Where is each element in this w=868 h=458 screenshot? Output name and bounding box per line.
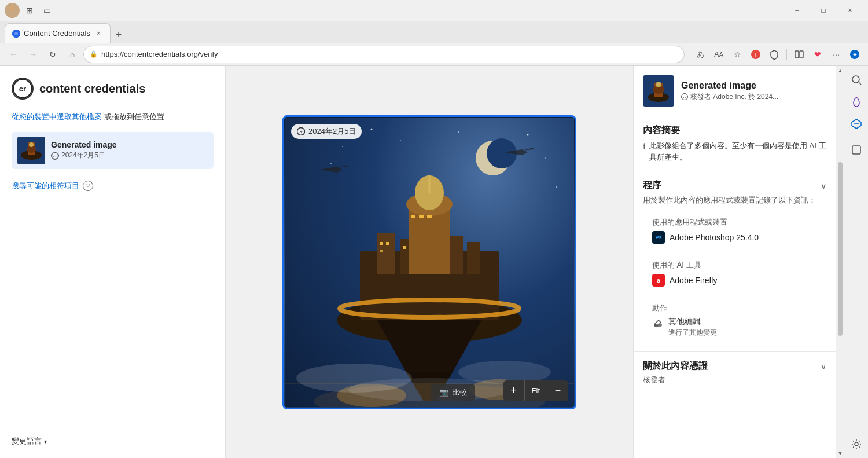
back-button[interactable]: ← bbox=[5, 46, 22, 63]
svg-point-74 bbox=[855, 442, 858, 446]
photoshop-item: Ps Adobe Photoshop 25.4.0 bbox=[652, 231, 817, 244]
svg-rect-50 bbox=[380, 250, 383, 252]
heart-icon[interactable]: ❤ bbox=[809, 46, 826, 63]
image-container: cr 2024年2月5日 + Fit − 📷 比較 bbox=[282, 115, 576, 409]
action-title: 其他編輯 bbox=[668, 317, 717, 327]
minimize-button[interactable]: − bbox=[784, 0, 810, 21]
lock-icon: 🔒 bbox=[90, 50, 98, 58]
url-bar[interactable]: 🔒 https://contentcredentials.org/verify bbox=[83, 46, 685, 63]
summary-description: 此影像組合了多個內容。至少有一個內容是使用 AI 工具所產生。 bbox=[649, 140, 826, 163]
ai-subsection: 使用的 AI 工具 a Adobe Firefly bbox=[643, 254, 826, 297]
search-similar-section: 搜尋可能的相符項目 ? bbox=[12, 181, 214, 191]
right-scrollbar: ▲ ▼ bbox=[836, 66, 844, 458]
firefly-icon: a bbox=[652, 274, 665, 287]
search-similar-link[interactable]: 搜尋可能的相符項目 bbox=[12, 181, 79, 191]
svg-point-24 bbox=[527, 134, 529, 135]
upload-link[interactable]: 從您的裝置中選取其他檔案 bbox=[12, 112, 102, 121]
edge-sidebar bbox=[844, 66, 868, 458]
file-item[interactable]: Generated image cr 2024年2月5日 bbox=[12, 132, 214, 169]
action-label: 動作 bbox=[652, 303, 817, 313]
firefly-name: Adobe Firefly bbox=[670, 276, 717, 285]
fantasy-image bbox=[285, 118, 574, 407]
camera-icon: 📷 bbox=[439, 388, 448, 397]
active-tab[interactable]: Content Credentials ✕ bbox=[5, 23, 111, 43]
scrollbar-down-button[interactable]: ▼ bbox=[836, 449, 844, 458]
scrollbar-thumb[interactable] bbox=[838, 162, 843, 336]
new-tab-button[interactable]: + bbox=[111, 27, 127, 43]
sidebar-divider bbox=[844, 137, 868, 137]
svg-point-19 bbox=[342, 146, 343, 147]
fit-button[interactable]: Fit bbox=[524, 380, 547, 401]
sidebar-search-button[interactable] bbox=[847, 71, 866, 89]
sidebar-notes-button[interactable] bbox=[847, 115, 866, 133]
zoom-out-button[interactable]: − bbox=[547, 380, 568, 401]
home-button[interactable]: ⌂ bbox=[64, 46, 81, 63]
compare-button[interactable]: 📷 比較 bbox=[431, 384, 475, 401]
image-date-badge: cr 2024年2月5日 bbox=[291, 124, 362, 139]
file-date-row: cr 2024年2月5日 bbox=[51, 151, 208, 160]
favorites-icon[interactable]: ☆ bbox=[729, 46, 746, 63]
edit-icon bbox=[652, 317, 664, 329]
sidebar-expand-button[interactable] bbox=[847, 141, 866, 159]
split-screen-icon[interactable] bbox=[790, 46, 808, 63]
extensions-icon[interactable]: ⊞ bbox=[22, 3, 37, 18]
reader-view-icon[interactable]: AA bbox=[710, 46, 727, 63]
right-header-info: Generated image cr 核發者 Adobe Inc. 於 2024… bbox=[681, 80, 778, 102]
image-controls: + Fit − bbox=[503, 380, 568, 401]
sidebar-settings-button[interactable] bbox=[847, 435, 866, 453]
photoshop-name: Adobe Photoshop 25.4.0 bbox=[670, 233, 759, 242]
svg-rect-48 bbox=[380, 242, 383, 245]
right-panel-header: Generated image cr 核發者 Adobe Inc. 於 2024… bbox=[634, 66, 836, 116]
language-chevron-icon: ▾ bbox=[44, 438, 47, 445]
firefly-item: a Adobe Firefly bbox=[652, 274, 817, 287]
about-chevron-icon[interactable]: ∨ bbox=[821, 362, 826, 371]
copilot-icon[interactable]: ✦ bbox=[846, 46, 863, 63]
search-info-icon[interactable]: ? bbox=[83, 181, 93, 191]
svg-marker-42 bbox=[377, 320, 481, 372]
close-button[interactable]: × bbox=[837, 0, 863, 21]
zoom-in-button[interactable]: + bbox=[503, 380, 524, 401]
process-chevron-icon[interactable]: ∨ bbox=[821, 181, 826, 190]
refresh-button[interactable]: ↻ bbox=[44, 46, 61, 63]
vertical-tabs-icon[interactable]: ▭ bbox=[39, 3, 54, 18]
language-button[interactable]: 變更語言 ▾ bbox=[12, 424, 214, 446]
svg-rect-32 bbox=[377, 233, 395, 274]
svg-point-22 bbox=[458, 131, 459, 133]
issuer-text: 核發者 Adobe Inc. 於 2024... bbox=[690, 92, 778, 102]
svg-text:cr: cr bbox=[19, 85, 26, 93]
svg-rect-5 bbox=[795, 51, 799, 58]
summary-title: 內容摘要 bbox=[643, 124, 680, 137]
url-text: https://contentcredentials.org/verify bbox=[101, 50, 678, 58]
svg-point-15 bbox=[29, 142, 34, 147]
right-panel: Generated image cr 核發者 Adobe Inc. 於 2024… bbox=[633, 66, 836, 458]
svg-point-57 bbox=[348, 378, 510, 401]
svg-rect-51 bbox=[403, 246, 406, 249]
maximize-button[interactable]: □ bbox=[810, 0, 837, 21]
svg-rect-6 bbox=[800, 51, 803, 58]
svg-text:!: ! bbox=[755, 52, 757, 58]
more-options-icon[interactable]: ··· bbox=[827, 46, 845, 63]
process-title: 程序 bbox=[643, 179, 661, 192]
user-avatar[interactable] bbox=[5, 3, 20, 18]
process-description: 用於製作此內容的應用程式或裝置記錄了以下資訊： bbox=[643, 195, 826, 206]
sidebar-copilot-button[interactable] bbox=[847, 93, 866, 111]
browser-essentials-icon[interactable]: ! bbox=[747, 46, 764, 63]
browser-shield-icon[interactable] bbox=[766, 46, 783, 63]
action-text-block: 其他編輯 進行了其他變更 bbox=[668, 317, 717, 338]
right-panel-title: Generated image bbox=[681, 80, 778, 91]
svg-rect-36 bbox=[467, 242, 480, 274]
read-aloud-icon[interactable]: あ bbox=[692, 46, 709, 63]
svg-line-70 bbox=[859, 82, 861, 85]
file-thumbnail bbox=[17, 137, 45, 164]
tab-title: Content Credentials bbox=[24, 29, 90, 38]
svg-point-1 bbox=[7, 12, 17, 18]
file-name: Generated image bbox=[51, 140, 208, 149]
summary-section: 內容摘要 ℹ 此影像組合了多個內容。至少有一個內容是使用 AI 工具所產生。 bbox=[634, 116, 836, 171]
file-info: Generated image cr 2024年2月5日 bbox=[51, 140, 208, 160]
forward-button: → bbox=[24, 46, 42, 63]
scrollbar-up-button[interactable]: ▲ bbox=[836, 66, 844, 75]
tab-close-button[interactable]: ✕ bbox=[94, 29, 103, 38]
scrollbar-track[interactable] bbox=[836, 75, 844, 449]
language-label: 變更語言 bbox=[12, 436, 42, 446]
cr-logo: cr bbox=[12, 78, 34, 100]
